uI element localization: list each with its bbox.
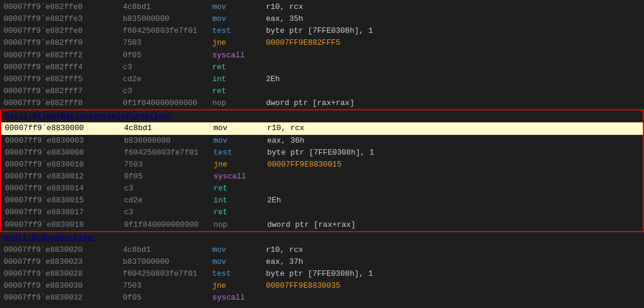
col-address: 00007ff9`e8830018	[5, 219, 124, 231]
table-row[interactable]: 00007ff9`e882fff4c3ret	[0, 61, 644, 73]
col-operands: dword ptr [rax+rax]	[266, 97, 640, 109]
col-address: 00007ff9`e8830012	[5, 171, 124, 183]
table-row[interactable]: 00007ff9`e882fff07503jne00007FF9E882FFF5	[0, 37, 644, 49]
col-mnemonic: mov	[213, 122, 267, 134]
col-bytes: 0f05	[123, 292, 212, 304]
table-row[interactable]: 00007ff9`e8830017c3ret	[1, 207, 643, 218]
table-row[interactable]: 00007ff9`e8830003b836000000moveax, 36h	[1, 135, 643, 147]
table-row[interactable]: 00007ff9`e882ffe3b835000000moveax, 35h	[0, 13, 644, 25]
col-operands: eax, 37h	[266, 256, 640, 268]
table-row[interactable]: 00007ff9`e88300004c8bd1movr10, rcx	[1, 122, 643, 134]
col-mnemonic: mov	[212, 1, 266, 13]
col-operands: eax, 36h	[267, 135, 639, 147]
col-bytes: 7503	[124, 159, 213, 171]
col-bytes: c3	[124, 183, 213, 195]
table-row[interactable]: 00007ff9`e88300204c8bd1movr10, rcx	[0, 244, 644, 256]
col-address: 00007ff9`e882fff7	[4, 85, 123, 97]
col-operands: 00007FF9E882FFF5	[266, 37, 640, 49]
col-address: 00007ff9`e882fff0	[4, 37, 123, 49]
col-mnemonic: mov	[212, 13, 266, 25]
col-mnemonic: mov	[213, 135, 267, 147]
col-bytes: b835000000	[123, 13, 212, 25]
col-address: 00007ff9`e882ffe8	[4, 25, 123, 37]
col-address: 00007ff9`e8830017	[5, 207, 124, 218]
col-mnemonic: ret	[212, 61, 266, 73]
col-mnemonic: int	[212, 73, 266, 85]
table-row[interactable]: 00007ff9`e882ffe8f604250803fe7f01testbyt…	[0, 25, 644, 37]
col-mnemonic: nop	[212, 97, 266, 109]
col-bytes: 0f1f840000000000	[123, 97, 212, 109]
col-mnemonic: mov	[212, 256, 266, 268]
col-bytes: 4c8bd1	[123, 244, 212, 256]
table-row[interactable]: 00007ff9`e88300180f1f840000000000nopdwor…	[1, 219, 643, 231]
col-mnemonic: ret	[213, 207, 267, 218]
col-address: 00007ff9`e8830023	[4, 256, 123, 268]
col-bytes: 7503	[123, 37, 212, 49]
col-mnemonic: mov	[212, 244, 266, 256]
col-address: 00007ff9`e8830010	[5, 159, 124, 171]
table-row[interactable]: 00007ff9`e88300320f05syscall	[0, 292, 644, 304]
col-operands: r10, rcx	[266, 1, 640, 13]
col-mnemonic: nop	[213, 219, 267, 231]
table-row[interactable]: 00007ff9`e8830014c3ret	[1, 183, 643, 195]
col-mnemonic: ret	[213, 183, 267, 195]
col-bytes: f604250803fe7f01	[123, 25, 212, 37]
table-row[interactable]: 00007ff9`e88300307503jne00007FF9E8830035	[0, 280, 644, 292]
col-mnemonic: jne	[213, 159, 267, 171]
table-row[interactable]: 00007ff9`e882fff20f05syscall	[0, 50, 644, 61]
col-operands: 00007FF9E8830015	[267, 159, 639, 171]
table-row[interactable]: 00007ff9`e8830015cd2eint2Eh	[1, 195, 643, 207]
col-bytes: cd2e	[124, 195, 213, 207]
col-bytes: 0f1f840000000000	[124, 219, 213, 231]
col-address: 00007ff9`e8830030	[4, 280, 123, 292]
table-row[interactable]: 00007ff9`e88300107503jne00007FF9E8830015	[1, 159, 643, 171]
table-row[interactable]: 00007ff9`e8830023b837000000moveax, 37h	[0, 256, 644, 268]
col-address: 00007ff9`e882fff8	[4, 97, 123, 109]
box-rows: 00007ff9`e88300004c8bd1movr10, rcx00007f…	[1, 122, 643, 230]
col-mnemonic: syscall	[212, 50, 266, 61]
col-address: 00007ff9`e8830020	[4, 244, 123, 256]
table-row[interactable]: 00007ff9`e8830008f604250803fe7f01testbyt…	[1, 147, 643, 159]
highlighted-box: ntdll!RtlGetNativeSystemInformation: 000…	[0, 109, 644, 232]
col-mnemonic: syscall	[213, 171, 267, 183]
table-row[interactable]: 00007ff9`e88300120f05syscall	[1, 171, 643, 183]
col-operands: byte ptr [7FFE0308h], 1	[266, 268, 640, 280]
col-bytes: 0f05	[123, 50, 212, 61]
col-operands: 2Eh	[266, 73, 640, 85]
col-mnemonic: ret	[212, 85, 266, 97]
col-operands: dword ptr [rax+rax]	[267, 219, 639, 231]
col-bytes: f604250803fe7f01	[124, 147, 213, 159]
col-operands: 00007FF9E8830035	[266, 280, 640, 292]
col-address: 00007ff9`e882ffe3	[4, 13, 123, 25]
col-bytes: c3	[123, 61, 212, 73]
after-function-label: ntdll!NtOpenSection:	[4, 232, 97, 244]
col-mnemonic: test	[212, 268, 266, 280]
disassembly-view: 00007ff9`e882ffe04c8bd1movr10, rcx00007f…	[0, 0, 644, 308]
table-row[interactable]: 00007ff9`e882ffe04c8bd1movr10, rcx	[0, 1, 644, 13]
col-bytes: b836000000	[124, 135, 213, 147]
table-row[interactable]: 00007ff9`e882fff7c3ret	[0, 85, 644, 97]
table-row[interactable]: 00007ff9`e8830028f604250803fe7f01testbyt…	[0, 268, 644, 280]
col-operands: byte ptr [7FFE0308h], 1	[266, 25, 640, 37]
col-bytes: b837000000	[123, 256, 212, 268]
col-operands: 2Eh	[267, 195, 639, 207]
col-bytes: cd2e	[123, 73, 212, 85]
col-mnemonic: int	[213, 195, 267, 207]
col-operands: byte ptr [7FFE0308h], 1	[267, 147, 639, 159]
col-address: 00007ff9`e8830008	[5, 147, 124, 159]
col-address: 00007ff9`e8830000	[5, 122, 124, 134]
col-address: 00007ff9`e8830032	[4, 292, 123, 304]
col-operands: r10, rcx	[267, 122, 639, 134]
col-bytes: c3	[124, 207, 213, 218]
col-address: 00007ff9`e8830014	[5, 183, 124, 195]
col-mnemonic: jne	[212, 37, 266, 49]
col-mnemonic: test	[213, 147, 267, 159]
col-mnemonic: syscall	[212, 292, 266, 304]
after-label-row: ntdll!NtOpenSection:	[0, 232, 644, 244]
col-address: 00007ff9`e882ffe0	[4, 1, 123, 13]
col-address: 00007ff9`e8830028	[4, 268, 123, 280]
table-row[interactable]: 00007ff9`e882fff5cd2eint2Eh	[0, 73, 644, 85]
col-mnemonic: test	[212, 25, 266, 37]
table-row[interactable]: 00007ff9`e882fff80f1f840000000000nopdwor…	[0, 97, 644, 109]
col-mnemonic: jne	[212, 280, 266, 292]
